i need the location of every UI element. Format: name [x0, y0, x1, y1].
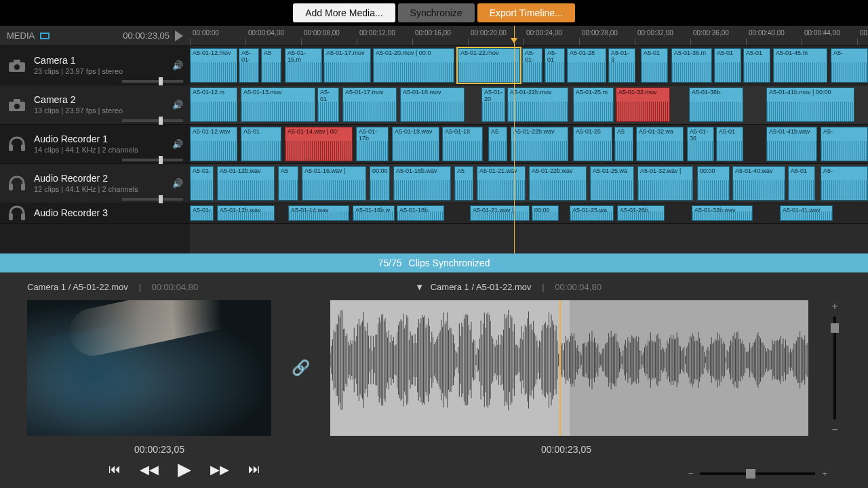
clip[interactable]: A5-01-22.mov — [458, 48, 520, 83]
clip[interactable]: A5-01 — [714, 48, 741, 83]
clip[interactable]: A5-01-18b.wav — [393, 166, 451, 201]
forward-icon[interactable]: ▶▶ — [210, 462, 229, 477]
track-header[interactable]: Camera 123 clips | 23.97 fps | stereo🔊 — [0, 46, 190, 85]
track-header[interactable]: Audio Recorder 114 clips | 44.1 KHz | 2 … — [0, 125, 190, 164]
track-row[interactable]: A5-01-A5-01-12b.wavA5A5-01-16.wav |00:00… — [190, 164, 868, 203]
playhead[interactable] — [514, 26, 515, 253]
clip[interactable]: 00:00 — [370, 166, 390, 201]
clip[interactable]: A5-01-22b.wav — [511, 127, 568, 161]
clip[interactable]: A5 — [261, 48, 281, 83]
rewind-icon[interactable]: ◀◀ — [140, 462, 159, 477]
speaker-icon[interactable]: 🔊 — [172, 100, 183, 110]
timeline-canvas[interactable]: 00:00:0000:00:04,0000:00:08,0000:00:12,0… — [190, 26, 868, 253]
synchronize-button[interactable]: Synchronize — [398, 3, 475, 22]
clip[interactable]: A5-01-36b. — [689, 87, 743, 122]
clip[interactable]: A5-01 — [317, 87, 339, 122]
clip[interactable]: A5-01 — [716, 127, 743, 161]
clip[interactable]: A5-01-40.wav — [732, 166, 785, 201]
waveform-clip-info[interactable]: ▼ Camera 1 / A5-01-22.mov | 00:00:04,80 — [415, 282, 601, 292]
track-row[interactable]: A5-01-12.wavA5-01A5-01-14.wav | 00:A5-01… — [190, 125, 868, 164]
clip[interactable]: A5-01-21.wav — [477, 166, 526, 201]
clip[interactable]: A5-01-26b. — [617, 205, 665, 221]
clip[interactable]: 00:00 — [697, 166, 730, 201]
clip[interactable]: A5-01-36.m — [671, 48, 712, 83]
clip[interactable]: A5-01-25.m — [573, 87, 614, 122]
track-row[interactable]: A5-01-A5-01-12b.wavA5-01-14.wavA5-01-16b… — [190, 203, 868, 224]
clip[interactable]: A5-01-18.wav — [392, 127, 439, 161]
clip[interactable]: A5-01-17.mov — [323, 48, 371, 83]
volume-fader[interactable] — [122, 159, 183, 161]
clip[interactable]: A5-01 — [241, 127, 281, 161]
zoom-out-icon[interactable]: − — [829, 424, 841, 436]
clip[interactable]: A5-01-45.m — [773, 48, 827, 83]
speaker-icon[interactable]: 🔊 — [172, 139, 183, 149]
clip[interactable]: A5-01-18.mov — [400, 87, 465, 122]
track-row[interactable]: A5-01-12.mA5-01-13.movA5-01A5-01-17.movA… — [190, 85, 868, 125]
clip[interactable]: A5-01-13.mov — [241, 87, 315, 122]
volume-fader[interactable] — [122, 80, 183, 83]
waveform-cursor[interactable] — [559, 300, 561, 436]
clip[interactable]: A5-01-25.wa — [570, 205, 614, 221]
clip[interactable]: A5-01-36 — [687, 127, 714, 161]
clip[interactable]: A5 — [278, 166, 298, 201]
clip[interactable]: A5-01 — [641, 48, 668, 83]
track-header[interactable]: Audio Recorder 212 clips | 44.1 KHz | 2 … — [0, 164, 190, 203]
clip[interactable]: A5-01-20 — [481, 87, 505, 122]
link-icon[interactable]: 🔗 — [292, 359, 310, 377]
clip[interactable]: A5-01- — [522, 48, 542, 83]
clip[interactable]: A5-01- — [190, 166, 214, 201]
clip[interactable]: 00:00 — [532, 205, 559, 221]
clip[interactable]: A5-01-17.mov — [342, 87, 397, 122]
clip[interactable]: A5-01-32.wa — [636, 127, 684, 161]
clip[interactable]: A5-01-14.wav — [288, 205, 349, 221]
chevron-down-icon[interactable]: ▼ — [415, 282, 424, 292]
play-icon[interactable] — [175, 30, 183, 41]
skip-start-icon[interactable]: ⏮ — [108, 462, 121, 476]
add-media-button[interactable]: Add More Media... — [293, 3, 395, 22]
clip[interactable]: A5-01-16b.w — [353, 205, 395, 221]
clip[interactable]: A5-01-12.mov — [190, 48, 237, 83]
volume-fader[interactable] — [122, 198, 183, 201]
skip-end-icon[interactable]: ⏭ — [248, 462, 260, 476]
zoom-out-h-icon[interactable]: − — [688, 468, 694, 479]
clip[interactable]: A5-01-32b.wav — [692, 205, 753, 221]
horizontal-zoom-slider[interactable] — [700, 472, 815, 475]
track-header[interactable]: Camera 213 clips | 23.97 fps | stereo🔊 — [0, 85, 190, 125]
clip[interactable]: A5-01-32.wav | — [637, 166, 693, 201]
clip[interactable]: A5-01- — [190, 205, 214, 221]
play-button-icon[interactable]: ▶ — [178, 459, 191, 480]
clip[interactable]: A5-01-17b — [356, 127, 389, 161]
waveform-detail[interactable] — [330, 300, 808, 436]
clip[interactable]: A5 — [454, 166, 473, 201]
clip[interactable]: A5-01 — [788, 166, 815, 201]
clip[interactable]: A5-01-18 — [442, 127, 483, 161]
clip[interactable]: A5-01-22b.wav — [529, 166, 587, 201]
clip[interactable]: A5- — [821, 166, 868, 201]
clip[interactable]: A5-01-22b.mov — [507, 87, 568, 122]
video-preview[interactable] — [27, 300, 271, 436]
clip[interactable]: A5-01-18b. — [397, 205, 444, 221]
clip[interactable]: A5-01-41b.wav — [766, 127, 817, 161]
clip[interactable]: A5-01-28 — [567, 48, 606, 83]
vertical-zoom[interactable]: + − — [829, 300, 841, 436]
horizontal-zoom[interactable]: − + — [688, 468, 827, 479]
zoom-in-h-icon[interactable]: + — [822, 468, 827, 479]
clip[interactable]: A5 — [488, 127, 507, 161]
clip[interactable]: A5-01-25.wa — [590, 166, 634, 201]
clip[interactable]: A5-01-14.wav | 00: — [285, 127, 353, 161]
speaker-icon[interactable]: 🔊 — [172, 60, 183, 70]
volume-fader[interactable] — [122, 119, 183, 122]
clip[interactable]: A5-01-12b.wav — [217, 166, 275, 201]
clip[interactable]: A5-01-12.m — [190, 87, 237, 122]
clip[interactable]: A5 — [614, 127, 633, 161]
clip[interactable]: A5-01-15.m — [285, 48, 322, 83]
track-row[interactable]: A5-01-12.movA5-01-A5A5-01-15.mA5-01-17.m… — [190, 46, 868, 85]
clip[interactable]: A5-01-12.wav — [190, 127, 237, 161]
time-ruler[interactable]: 00:00:0000:00:04,0000:00:08,0000:00:12,0… — [190, 26, 868, 46]
track-header[interactable]: Audio Recorder 3🔊 — [0, 203, 190, 224]
clip[interactable]: A5- — [821, 127, 868, 161]
clip[interactable]: A5-01-16.wav | — [302, 166, 366, 201]
vertical-zoom-slider[interactable] — [833, 317, 836, 420]
clip[interactable]: A5-01 — [743, 48, 770, 83]
clip[interactable]: A5-01-41.wav — [780, 205, 833, 221]
